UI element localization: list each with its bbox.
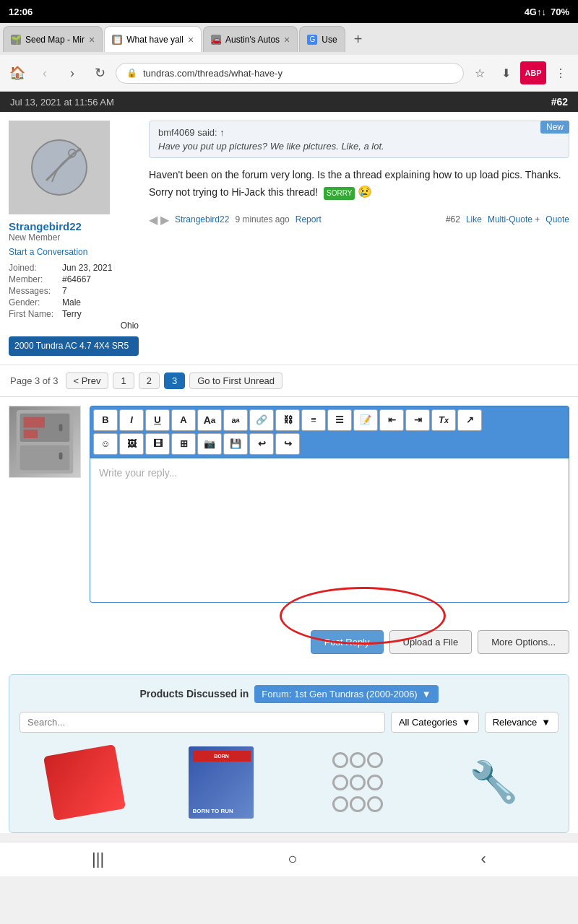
menu-button[interactable]: ⋮ <box>549 61 572 84</box>
special-format-button[interactable]: ↗ <box>457 409 482 431</box>
next-arrow-icon[interactable]: ▶ <box>160 213 169 227</box>
new-tab-button[interactable]: + <box>347 31 370 48</box>
user-meta: Joined: Jun 23, 2021 Member: #64667 Mess… <box>9 263 139 331</box>
home-nav-button[interactable]: 🏠 <box>6 61 29 84</box>
back-button[interactable]: ‹ <box>33 61 56 84</box>
product-item-4[interactable]: 🔧 <box>447 743 541 822</box>
download-button[interactable]: ⬇ <box>494 61 517 84</box>
categories-select[interactable]: All Categories ▼ <box>391 712 479 733</box>
quote-button[interactable]: Quote <box>545 214 569 225</box>
post-header: Jul 13, 2021 at 11:56 AM #62 <box>0 92 578 112</box>
bottom-menu-button[interactable]: ||| <box>92 850 104 868</box>
redo-button[interactable]: ↪ <box>275 433 300 455</box>
unordered-list-button[interactable]: ☰ <box>327 409 352 431</box>
star-button[interactable]: ☆ <box>468 61 491 84</box>
undo-button[interactable]: ↩ <box>249 433 274 455</box>
italic-button[interactable]: I <box>119 409 144 431</box>
tab-favicon-4: G <box>307 35 317 45</box>
image-button[interactable]: 🖼 <box>119 433 144 455</box>
prev-arrow-icon[interactable]: ◀ <box>149 213 158 227</box>
product-item-3[interactable] <box>311 743 405 822</box>
tab-favicon-1: 🌱 <box>11 35 21 45</box>
align-button[interactable]: ≡ <box>301 409 326 431</box>
page-content: Jul 13, 2021 at 11:56 AM #62 Strangebird… <box>0 92 578 833</box>
user-avatar <box>9 121 110 214</box>
font-size-small-button[interactable]: aa <box>223 409 248 431</box>
camera-button[interactable]: 📷 <box>197 433 222 455</box>
indent-button[interactable]: ⇥ <box>405 409 430 431</box>
username[interactable]: Strangebird22 <box>9 220 139 232</box>
refresh-button[interactable]: ↻ <box>88 61 111 84</box>
tab-close-1[interactable]: × <box>89 34 95 45</box>
footer-poster-name[interactable]: Strangebird22 <box>175 214 229 225</box>
bottom-nav: ||| ○ ‹ <box>0 842 578 876</box>
start-conversation-link[interactable]: Start a Conversation <box>9 247 139 257</box>
tab-seed-map[interactable]: 🌱 Seed Map - Mir × <box>3 26 103 52</box>
tab-favicon-3: 🚗 <box>211 35 221 45</box>
nav-bar: 🏠 ‹ › ↻ 🔒 tundras.com/threads/what-have-… <box>0 55 578 91</box>
lock-icon: 🔒 <box>126 68 137 78</box>
tab-close-2[interactable]: × <box>188 34 194 45</box>
user-role: New Member <box>9 232 139 243</box>
bold-button[interactable]: B <box>93 409 118 431</box>
outdent-button[interactable]: ⇤ <box>379 409 404 431</box>
unlink-button[interactable]: ⛓ <box>275 409 300 431</box>
messages-value: 7 <box>62 286 67 296</box>
forum-selector[interactable]: Forum: 1st Gen Tundras (2000-2006) ▼ <box>254 685 438 703</box>
browser-chrome: 🌱 Seed Map - Mir × 📋 What have yall × 🚗 … <box>0 23 578 92</box>
joined-value: Jun 23, 2021 <box>62 263 112 273</box>
nav-arrows: ◀ ▶ <box>149 213 169 227</box>
product-item-1[interactable] <box>38 743 131 822</box>
page-2-button[interactable]: 2 <box>139 372 160 389</box>
tabs-bar: 🌱 Seed Map - Mir × 📋 What have yall × 🚗 … <box>0 23 578 55</box>
address-bar[interactable]: 🔒 tundras.com/threads/what-have-y <box>116 63 464 84</box>
new-badge: New <box>540 121 569 134</box>
tab-austins-autos[interactable]: 🚗 Austin's Autos × <box>203 26 298 52</box>
time: 12:06 <box>9 6 33 17</box>
post-number: #62 <box>551 96 568 108</box>
brick-icon <box>43 744 125 821</box>
firstname-label: First Name: <box>9 309 59 319</box>
bottom-back-button[interactable]: ‹ <box>481 850 486 868</box>
ordered-list-button[interactable]: 📝 <box>353 409 378 431</box>
font-size-large-button[interactable]: Aa <box>197 409 222 431</box>
adblock-button[interactable]: ABP <box>520 61 546 84</box>
post-footer-right: #62 Like Multi-Quote + Quote <box>446 214 569 225</box>
link-button[interactable]: 🔗 <box>249 409 274 431</box>
post-reply-button[interactable]: Post Reply <box>311 630 384 654</box>
underline-button[interactable]: U <box>145 409 170 431</box>
page-3-button[interactable]: 3 <box>164 372 185 389</box>
member-label: Member: <box>9 274 59 284</box>
bottom-home-button[interactable]: ○ <box>288 850 297 868</box>
upload-file-button[interactable]: Upload a File <box>389 630 473 654</box>
product-item-2[interactable]: BORN BORN TO RUN <box>174 743 268 822</box>
relevance-select[interactable]: Relevance ▼ <box>485 712 558 733</box>
forum-label: Forum: 1st Gen Tundras (2000-2006) <box>262 689 417 699</box>
toolbar-row-1: B I U A Aa aa 🔗 ⛓ ≡ ☰ 📝 ⇤ ⇥ Tx ↗ <box>93 409 566 431</box>
forward-button[interactable]: › <box>61 61 84 84</box>
prev-page-button[interactable]: < Prev <box>66 372 109 389</box>
report-link[interactable]: Report <box>296 214 322 225</box>
font-color-button[interactable]: A <box>171 409 196 431</box>
clear-format-button[interactable]: Tx <box>431 409 456 431</box>
multi-quote-button[interactable]: Multi-Quote + <box>488 214 540 225</box>
table-button[interactable]: ⊞ <box>171 433 196 455</box>
quote-block: New bmf4069 said: ↑ Have you put up pict… <box>149 121 569 158</box>
firstname-value: Terry <box>62 309 82 319</box>
products-search-input[interactable] <box>20 712 385 733</box>
tab-close-3[interactable]: × <box>284 34 290 45</box>
product-image-4: 🔧 <box>454 743 534 822</box>
like-button[interactable]: Like <box>466 214 482 225</box>
more-options-button[interactable]: More Options... <box>478 630 569 654</box>
save-button[interactable]: 💾 <box>223 433 248 455</box>
gender-value: Male <box>62 297 81 308</box>
tab-use[interactable]: G Use <box>299 26 345 52</box>
products-grid: BORN BORN TO RUN <box>20 743 558 822</box>
page-1-button[interactable]: 1 <box>113 372 134 389</box>
tab-what-have-yall[interactable]: 📋 What have yall × <box>104 26 202 52</box>
emoji-button[interactable]: ☺ <box>93 433 118 455</box>
media-button[interactable]: 🎞 <box>145 433 170 455</box>
editor-body[interactable]: Write your reply... <box>90 458 569 603</box>
go-to-first-unread-button[interactable]: Go to First Unread <box>189 372 282 389</box>
messages-label: Messages: <box>9 286 59 296</box>
